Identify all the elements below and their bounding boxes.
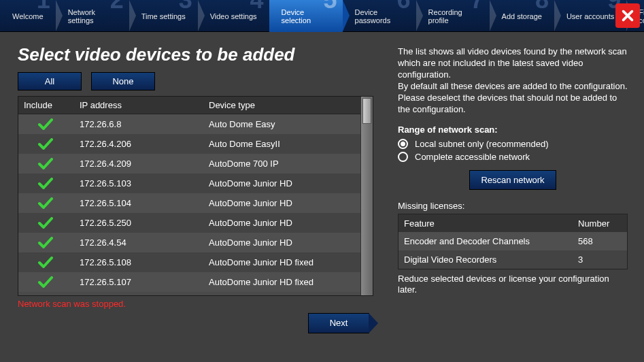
wizard-step-5[interactable]: 5Device selection (269, 0, 343, 32)
wizard-step-6[interactable]: 6Device passwords (343, 0, 416, 32)
cell-type: Auto Dome EasyII (202, 139, 360, 149)
cell-ip: 172.26.4.206 (73, 139, 202, 149)
radio-label: Complete accessible network (415, 152, 530, 162)
license-row: Digital Video Recorders3 (399, 250, 627, 269)
cell-type: AutoDome 700 IP (202, 159, 360, 169)
lic-number: 568 (573, 236, 627, 246)
license-row: Encoder and Decoder Channels568 (399, 232, 627, 250)
radio-local-subnet[interactable]: Local subnet only (recommended) (398, 139, 628, 149)
step-number: 3 (179, 0, 192, 4)
lic-col-feature: Feature (399, 218, 573, 229)
table-row[interactable]: 172.26.5.108AutoDome Junior HD fixed (18, 252, 360, 272)
device-table: Include IP address Device type 172.26.6.… (18, 96, 373, 296)
table-row[interactable]: 172.26.4.209AutoDome 700 IP (18, 154, 360, 174)
table-scrollbar[interactable] (360, 97, 373, 295)
select-none-button[interactable]: None (91, 72, 155, 90)
cell-ip: 172.26.5.108 (73, 257, 202, 267)
scrollbar-thumb[interactable] (362, 98, 371, 124)
lic-col-number: Number (573, 218, 627, 229)
select-all-button[interactable]: All (18, 72, 82, 90)
license-table: Feature Number Encoder and Decoder Chann… (398, 214, 628, 269)
step-label: User accounts (566, 12, 614, 20)
cell-type: AutoDome Junior HD (202, 198, 360, 208)
wizard-step-3[interactable]: 3Time settings (129, 0, 198, 32)
table-row[interactable]: 172.26.5.250AutoDome Junior HD (18, 213, 360, 233)
cell-type: AutoDome Junior HD (202, 237, 360, 248)
step-label: Device passwords (355, 8, 404, 24)
step-number: 2 (110, 0, 124, 4)
include-checkbox[interactable] (18, 138, 73, 150)
table-row[interactable]: 172.26.5.104AutoDome Junior HD (18, 193, 360, 213)
step-number: 8 (535, 0, 549, 4)
step-label: Welcome (12, 12, 44, 20)
cell-ip: 172.26.4.54 (73, 237, 202, 248)
table-row[interactable]: 172.26.6.8Auto Dome Easy (18, 114, 360, 134)
radio-label: Local subnet only (recommended) (415, 139, 549, 149)
table-row[interactable]: 172.26.4.54AutoDome Junior HD (18, 233, 360, 252)
wizard-step-2[interactable]: 2Network settings (56, 0, 129, 32)
step-label: Video settings (210, 12, 257, 20)
radio-icon (398, 139, 408, 149)
include-checkbox[interactable] (18, 237, 73, 249)
lic-number: 3 (573, 254, 627, 265)
missing-licenses-label: Missing licenses: (398, 201, 628, 211)
lic-feature: Digital Video Recorders (399, 254, 573, 265)
cell-type: AutoDome Junior HD (202, 218, 360, 228)
include-checkbox[interactable] (18, 158, 73, 170)
rescan-button[interactable]: Rescan network (469, 170, 556, 190)
step-label: Device selection (282, 8, 331, 24)
step-label: Network settings (68, 8, 117, 24)
step-label: Recording profile (428, 8, 477, 24)
cell-type: AutoDome Junior HD fixed (202, 277, 360, 287)
radio-complete-network[interactable]: Complete accessible network (398, 152, 628, 162)
include-checkbox[interactable] (18, 276, 73, 289)
cell-type: AutoDome Junior HD (202, 178, 360, 188)
wizard-step-1[interactable]: 1Welcome (0, 0, 56, 32)
step-label: Add storage (502, 12, 542, 20)
cell-ip: 172.26.6.8 (73, 119, 202, 129)
wizard-step-7[interactable]: 7Recording profile (416, 0, 490, 32)
include-checkbox[interactable] (18, 178, 73, 190)
step-label: Time settings (141, 12, 186, 20)
cell-ip: 172.26.5.250 (73, 218, 202, 228)
step-number: 7 (471, 0, 484, 4)
license-footer: Reduce selected devices or license your … (398, 274, 628, 295)
info-text: The list shows all video devices found b… (398, 46, 628, 115)
cell-type: Auto Dome Easy (202, 119, 360, 129)
cell-ip: 172.26.5.103 (73, 178, 202, 188)
include-checkbox[interactable] (18, 197, 73, 210)
lic-feature: Encoder and Decoder Channels (399, 236, 573, 246)
table-row[interactable]: 172.26.5.107AutoDome Junior HD fixed (18, 272, 360, 292)
page-title: Select video devices to be added (18, 44, 373, 65)
include-checkbox[interactable] (18, 257, 73, 269)
table-row[interactable]: 172.26.4.206Auto Dome EasyII (18, 134, 360, 154)
step-number: 1 (37, 0, 50, 4)
wizard-step-8[interactable]: 8Add storage (490, 0, 554, 32)
step-number: 5 (324, 0, 337, 4)
col-header-ip[interactable]: IP address (73, 100, 202, 110)
cell-type: AutoDome Junior HD fixed (202, 257, 360, 267)
range-label: Range of network scan: (398, 125, 628, 135)
wizard-steps: 1Welcome2Network settings3Time settings4… (0, 0, 644, 32)
cell-ip: 172.26.5.107 (73, 277, 202, 287)
step-number: 6 (397, 0, 411, 4)
close-button[interactable] (615, 3, 640, 28)
radio-icon (398, 152, 408, 162)
wizard-step-4[interactable]: 4Video settings (198, 0, 269, 32)
include-checkbox[interactable] (18, 217, 73, 229)
cell-ip: 172.26.5.104 (73, 198, 202, 208)
col-header-include[interactable]: Include (18, 100, 73, 110)
status-message: Network scan was stopped. (18, 299, 373, 309)
cell-ip: 172.26.4.209 (73, 159, 202, 169)
next-button[interactable]: Next (308, 313, 369, 333)
step-number: 4 (250, 0, 264, 4)
include-checkbox[interactable] (18, 118, 73, 131)
col-header-type[interactable]: Device type (202, 100, 360, 110)
table-row[interactable]: 172.26.5.103AutoDome Junior HD (18, 174, 360, 193)
